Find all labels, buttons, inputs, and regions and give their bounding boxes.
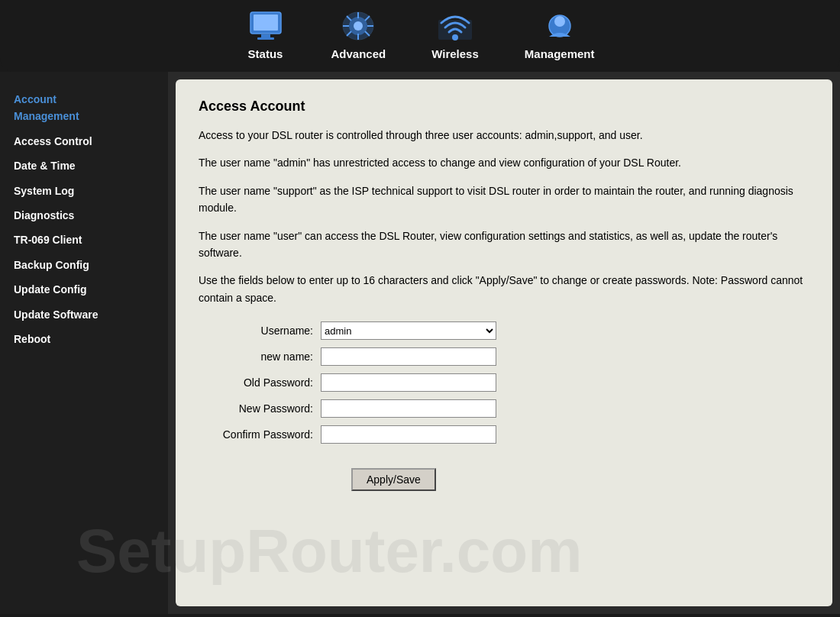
apply-save-button[interactable]: Apply/Save <box>351 468 436 491</box>
confirmpassword-input[interactable] <box>321 425 496 444</box>
newpassword-input[interactable] <box>321 399 496 418</box>
username-label: Username: <box>199 325 321 337</box>
svg-point-18 <box>554 16 565 27</box>
desc-paragraph-4: The user name "user" can access the DSL … <box>199 228 809 262</box>
sidebar-item-diagnostics[interactable]: Diagnostics <box>8 203 160 228</box>
circuit-icon <box>338 8 378 44</box>
page-title: Access Account <box>199 99 809 115</box>
desc-paragraph-3: The user name "support" as the ISP techn… <box>199 183 809 217</box>
nav-advanced[interactable]: Advanced <box>331 8 386 60</box>
svg-point-6 <box>354 21 363 31</box>
newpassword-row: New Password: <box>199 399 809 418</box>
sidebar-item-access-control[interactable]: Access Control <box>8 129 160 153</box>
svg-rect-16 <box>438 20 472 40</box>
newname-label: new name: <box>199 350 321 363</box>
nav-status-label: Status <box>248 47 283 60</box>
main-area: AccountManagement Access Control Date & … <box>0 72 840 614</box>
content-area: Access Account Access to your DSL router… <box>176 79 832 606</box>
svg-rect-2 <box>261 34 270 37</box>
svg-rect-1 <box>254 15 278 31</box>
top-nav: Status Advanced <box>0 0 840 72</box>
newname-row: new name: <box>199 347 809 366</box>
newpassword-label: New Password: <box>199 402 321 415</box>
username-row: Username: admin support user <box>199 321 809 340</box>
nav-wireless[interactable]: Wireless <box>431 8 479 60</box>
oldpassword-input[interactable] <box>321 373 496 392</box>
sidebar-item-reboot[interactable]: Reboot <box>8 327 160 351</box>
sidebar-item-date-time[interactable]: Date & Time <box>8 153 160 178</box>
sidebar-item-tr069[interactable]: TR-069 Client <box>8 228 160 252</box>
svg-rect-3 <box>257 37 274 40</box>
nav-management-label: Management <box>525 47 595 60</box>
sidebar-item-backup-config[interactable]: Backup Config <box>8 253 160 277</box>
sidebar-item-system-log[interactable]: System Log <box>8 179 160 203</box>
nav-wireless-label: Wireless <box>431 47 479 60</box>
newname-input[interactable] <box>321 347 496 366</box>
oldpassword-label: Old Password: <box>199 376 321 389</box>
desc-paragraph-5: Use the fields below to enter up to 16 c… <box>199 272 809 306</box>
desc-paragraph-2: The user name "admin" has unrestricted a… <box>199 154 809 171</box>
sidebar-item-update-software[interactable]: Update Software <box>8 302 160 327</box>
nav-management[interactable]: Management <box>525 8 595 60</box>
desc-paragraph-1: Access to your DSL router is controlled … <box>199 127 809 144</box>
sidebar-item-account-management[interactable]: AccountManagement <box>8 87 160 129</box>
nav-advanced-label: Advanced <box>331 47 386 60</box>
management-icon <box>540 8 580 44</box>
wireless-icon <box>435 8 475 44</box>
account-form: Username: admin support user new name: O… <box>199 321 809 491</box>
sidebar: AccountManagement Access Control Date & … <box>0 72 168 614</box>
confirmpassword-row: Confirm Password: <box>199 425 809 444</box>
username-select[interactable]: admin support user <box>321 321 496 340</box>
oldpassword-row: Old Password: <box>199 373 809 392</box>
confirmpassword-label: Confirm Password: <box>199 428 321 441</box>
nav-status[interactable]: Status <box>246 8 286 60</box>
sidebar-item-update-config[interactable]: Update Config <box>8 277 160 302</box>
monitor-icon <box>246 8 286 44</box>
